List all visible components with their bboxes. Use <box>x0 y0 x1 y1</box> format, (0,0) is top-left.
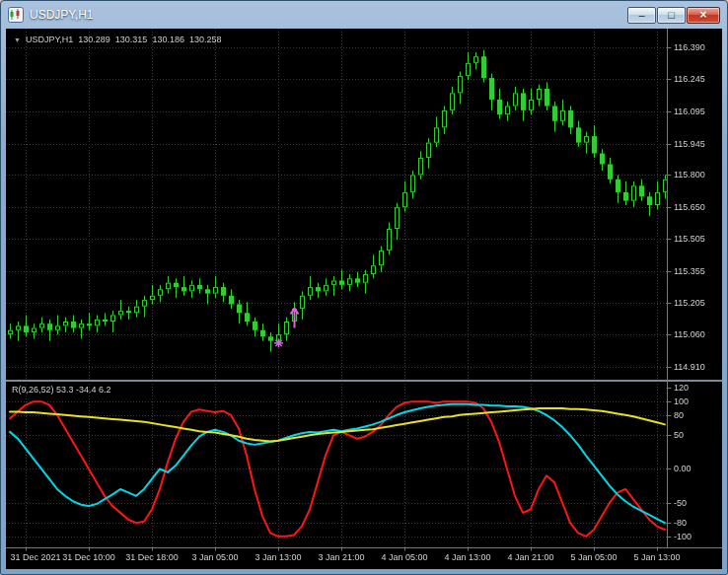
ohlc-high: 130.315 <box>115 35 148 44</box>
window-title: USDJPY,H1 <box>30 8 93 22</box>
chart-app-icon[interactable] <box>8 7 24 23</box>
minimize-button[interactable]: – <box>627 7 656 24</box>
window-controls: – □ × <box>627 7 720 24</box>
ohlc-open: 130.289 <box>78 35 110 44</box>
ohlc-label: ▼ USDJPY,H1 130.289 130.315 130.186 130.… <box>14 35 221 44</box>
price-and-indicator-chart-canvas[interactable] <box>6 29 722 569</box>
close-button[interactable]: × <box>687 7 720 24</box>
minimize-icon: – <box>638 10 644 21</box>
application-window: USDJPY,H1 – □ × ▼ USDJPY,H1 130.289 130.… <box>0 0 728 575</box>
titlebar[interactable]: USDJPY,H1 – □ × <box>1 1 727 29</box>
ohlc-low: 130.186 <box>152 35 184 44</box>
chart-workspace: ▼ USDJPY,H1 130.289 130.315 130.186 130.… <box>6 29 722 569</box>
close-icon: × <box>699 9 706 21</box>
maximize-icon: □ <box>668 10 675 21</box>
chart-dropdown-icon[interactable]: ▼ <box>14 36 21 43</box>
indicator-label: R(9,26,52) 53.3 -34.4 6.2 <box>12 385 111 395</box>
ohlc-symbol: USDJPY,H1 <box>26 35 73 44</box>
ohlc-close: 130.258 <box>189 35 222 44</box>
maximize-button[interactable]: □ <box>657 7 686 24</box>
